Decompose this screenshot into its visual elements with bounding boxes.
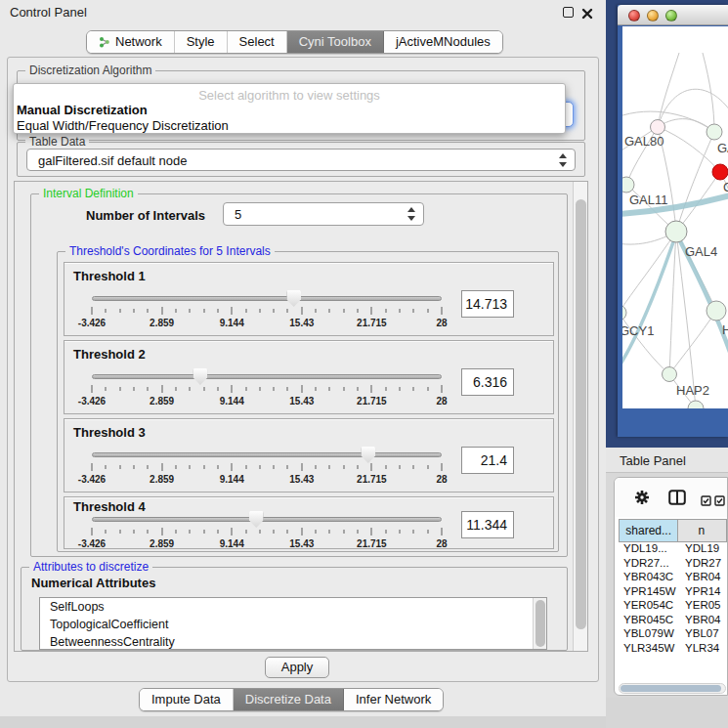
network-node[interactable] <box>665 221 687 242</box>
tab-label: Select <box>239 34 275 49</box>
split-columns-icon[interactable] <box>668 490 686 509</box>
threshold-panel: Threshold 2-3.4262.8599.14415.4321.71528… <box>64 340 554 414</box>
attribute-list-item[interactable]: TopologicalCoefficient <box>40 616 546 633</box>
slider-thumb[interactable] <box>361 447 375 463</box>
network-node[interactable] <box>651 120 665 135</box>
discretization-algorithm-title: Discretization Algorithm <box>25 64 155 77</box>
table-cell: YPR14 <box>681 585 727 600</box>
table-cell: YBR045C <box>619 614 681 628</box>
tab-network[interactable]: Network <box>87 31 175 53</box>
threshold-slider[interactable]: -3.4262.8599.14415.4321.71528 <box>92 517 442 552</box>
minimize-traffic-light[interactable] <box>647 10 659 21</box>
network-node[interactable] <box>622 177 634 193</box>
screen: Control Panel NetworkStyleSelectCyni Too… <box>0 0 728 728</box>
tick-label: 2.859 <box>150 396 174 407</box>
table-data-combobox[interactable]: galFiltered.sif default node <box>26 149 576 171</box>
slider-track[interactable] <box>92 374 442 379</box>
slider-track[interactable] <box>92 517 442 522</box>
slider-thumb[interactable] <box>249 511 264 528</box>
network-window-titlebar[interactable] <box>618 5 728 25</box>
threshold-value-field[interactable]: 6.316 <box>461 368 514 396</box>
attribute-list-item[interactable]: BetweennessCentrality <box>40 633 546 650</box>
threshold-slider[interactable]: -3.4262.8599.14415.4321.71528 <box>92 374 442 409</box>
slider-track[interactable] <box>92 296 442 301</box>
dropdown-option[interactable]: Manual Discretization <box>17 103 148 117</box>
zoom-traffic-light[interactable] <box>665 10 677 21</box>
number-of-intervals-combobox[interactable]: 5 <box>223 202 424 226</box>
attributes-group-title: Attributes to discretize <box>29 560 152 574</box>
table-row[interactable]: YBR045CYBR04 <box>619 614 727 628</box>
network-node[interactable] <box>707 124 722 140</box>
network-node[interactable] <box>663 367 677 382</box>
gear-icon[interactable] <box>634 490 650 509</box>
slider-thumb[interactable] <box>193 368 207 385</box>
dropdown-prompt: Select algorithm to view settings <box>14 88 565 103</box>
tick-label: -3.426 <box>78 474 106 485</box>
slider-thumb[interactable] <box>286 290 301 307</box>
table-row[interactable]: YLR345WYLR34 <box>619 642 727 657</box>
tab-style[interactable]: Style <box>175 31 228 53</box>
tab-discretize-data[interactable]: Discretize Data <box>234 689 344 710</box>
network-canvas[interactable]: GAL80GAGGAL11GAL4GCY1HHAP2 <box>622 26 728 408</box>
float-window-icon[interactable] <box>563 7 574 18</box>
table-row[interactable]: YBL079WYBL07 <box>619 627 727 642</box>
checkbox-icon[interactable] <box>701 492 711 510</box>
table-row[interactable]: YPR145WYPR14 <box>619 585 727 600</box>
table-cell: YBR04 <box>681 614 727 628</box>
threshold-slider[interactable]: -3.4262.8599.14415.4321.71528 <box>92 452 442 488</box>
tab-label: Style <box>187 34 215 49</box>
threshold-slider[interactable]: -3.4262.8599.14415.4321.71528 <box>92 296 442 331</box>
threshold-panel: Threshold 3-3.4262.8599.14415.4321.71528… <box>64 418 554 492</box>
threshold-label: Threshold 3 <box>73 425 146 440</box>
right-column: GAL80GAGGAL11GAL4GCY1HHAP2 Table Panel <box>606 0 728 728</box>
table-cell: YBL079W <box>619 627 681 642</box>
threshold-value-field[interactable]: 14.713 <box>461 290 514 318</box>
table-row[interactable]: YDL19...YDL19 <box>619 542 727 557</box>
threshold-value-field[interactable]: 11.344 <box>461 511 514 538</box>
threshold-label: Threshold 1 <box>73 269 146 283</box>
table-panel-titlebar: Table Panel <box>606 448 728 473</box>
tab-infer-network[interactable]: Infer Network <box>344 689 443 710</box>
tab-select[interactable]: Select <box>228 31 287 53</box>
network-node[interactable] <box>622 305 626 321</box>
top-tab-bar: NetworkStyleSelectCyni ToolboxjActiveMNo… <box>86 30 503 54</box>
table-cell: YBR04 <box>681 571 727 585</box>
tab-jactivemnodules[interactable]: jActiveMNodules <box>384 31 502 53</box>
table-row[interactable]: YBR043CYBR04 <box>619 571 727 585</box>
close-icon[interactable] <box>581 6 593 18</box>
node-table-panel: shared... n YDL19...YDL19YDR27...YDR27YB… <box>614 477 728 696</box>
slider-tick-labels: -3.4262.8599.14415.4321.71528 <box>92 318 442 329</box>
tick-label: -3.426 <box>78 318 106 328</box>
close-traffic-light[interactable] <box>628 10 640 21</box>
threshold-panel: Threshold 1-3.4262.8599.14415.4321.71528… <box>64 262 554 336</box>
network-node[interactable] <box>712 164 728 180</box>
attributes-list-scrollbar[interactable] <box>533 598 546 649</box>
checkbox-icon[interactable] <box>714 492 725 510</box>
settings-scroll-area: Interval Definition Number of Intervals … <box>14 181 588 652</box>
tab-label: Infer Network <box>356 692 431 707</box>
dropdown-option[interactable]: Equal Width/Frequency Discretization <box>17 118 229 133</box>
tab-cyni-toolbox[interactable]: Cyni Toolbox <box>287 31 384 53</box>
threshold-value-field[interactable]: 21.4 <box>461 447 514 474</box>
network-node-label: G <box>723 180 728 194</box>
tick-label: -3.426 <box>78 538 106 549</box>
tick-label: 9.144 <box>220 318 244 328</box>
table-cell: YPR145W <box>619 585 681 600</box>
cyni-toolbox-panel: Discretization Algorithm Select algorith… <box>7 57 599 682</box>
table-horizontal-scrollbar[interactable] <box>619 683 726 694</box>
network-node-label: HAP2 <box>676 383 709 398</box>
tick-label: 15.43 <box>289 396 314 407</box>
table-row[interactable]: YIL052CYIL05 <box>619 656 727 658</box>
apply-button[interactable]: Apply <box>265 657 329 678</box>
column-header[interactable]: shared... <box>620 520 678 541</box>
slider-track[interactable] <box>92 452 442 457</box>
tab-label: Impute Data <box>151 692 221 707</box>
attribute-list-item[interactable]: SelfLoops <box>40 598 546 616</box>
table-row[interactable]: YER054CYER05 <box>619 599 727 614</box>
table-row[interactable]: YDR27...YDR27 <box>619 557 727 572</box>
main-vertical-scrollbar[interactable] <box>573 182 587 651</box>
network-node[interactable] <box>707 301 726 321</box>
numerical-attributes-list[interactable]: SelfLoopsTopologicalCoefficientBetweenne… <box>39 597 547 650</box>
column-header[interactable]: n <box>678 520 727 541</box>
tab-impute-data[interactable]: Impute Data <box>140 689 234 710</box>
